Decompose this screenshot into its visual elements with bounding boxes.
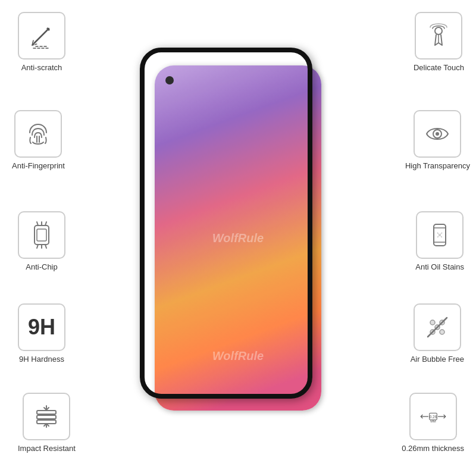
svg-point-23: [436, 132, 439, 136]
svg-rect-16: [37, 415, 56, 419]
svg-point-20: [435, 27, 442, 35]
feature-box-thickness: 0.26 MM: [409, 393, 457, 440]
feature-box-touch: [415, 12, 462, 60]
feature-label-hardness: 9H Hardness: [19, 355, 64, 364]
thickness-inner: 0.26 MM: [419, 402, 447, 431]
feature-label-thickness: 0.26mm thickness: [402, 444, 464, 453]
feature-label-scratch: Anti-scratch: [21, 63, 62, 72]
main-container: Anti-scratch Anti-Fingerprint: [0, 0, 476, 476]
phone-area: WolfRule WolfRule: [143, 36, 333, 440]
feature-box-scratch: [18, 12, 65, 60]
feature-box-fingerprint: [14, 110, 62, 158]
svg-line-2: [33, 42, 36, 44]
feature-label-transparency: High Transparency: [405, 161, 470, 170]
feature-impact-resistant: Impact Resistant: [18, 393, 76, 453]
svg-text:0.26: 0.26: [429, 415, 437, 419]
svg-line-0: [35, 29, 49, 43]
feature-delicate-touch: Delicate Touch: [414, 12, 464, 72]
feature-box-transparency: [414, 110, 461, 158]
feature-9h-hardness: 9H 9H Hardness: [18, 303, 65, 364]
feature-box-impact: [23, 393, 70, 440]
feature-anti-chip: Anti-Chip: [18, 211, 65, 271]
feature-label-chip: Anti-Chip: [26, 262, 57, 271]
feature-label-impact: Impact Resistant: [18, 444, 76, 453]
svg-point-32: [440, 330, 444, 334]
feature-label-fingerprint: Anti-Fingerprint: [12, 161, 65, 170]
scratch-icon: [27, 21, 56, 50]
svg-rect-14: [37, 229, 46, 241]
svg-text:MM: MM: [430, 419, 436, 423]
feature-box-bubble: [414, 303, 461, 351]
impact-icon: [32, 402, 61, 431]
feature-thickness: 0.26 MM 0.26mm thickness: [402, 393, 464, 453]
fingerprint-icon: [24, 120, 52, 148]
bubble-icon: [423, 313, 452, 342]
feature-label-touch: Delicate Touch: [414, 63, 464, 72]
feature-box-oilstains: [416, 211, 464, 259]
feature-anti-fingerprint: Anti-Fingerprint: [12, 110, 65, 170]
svg-rect-17: [37, 411, 56, 414]
oilstains-icon: [425, 221, 454, 249]
touch-icon: [424, 21, 453, 50]
feature-anti-scratch: Anti-scratch: [18, 12, 65, 72]
feature-high-transparency: High Transparency: [405, 110, 470, 170]
chip-icon: [27, 221, 56, 249]
feature-anti-oil-stains: Anti Oil Stains: [415, 211, 464, 271]
transparency-icon: [423, 120, 452, 148]
feature-label-bubble: Air Bubble Free: [411, 355, 464, 364]
feature-label-oilstains: Anti Oil Stains: [415, 262, 464, 271]
feature-box-hardness: 9H: [18, 303, 65, 351]
thickness-arrows-icon: 0.26 MM: [419, 402, 447, 431]
feature-air-bubble-free: Air Bubble Free: [411, 303, 464, 364]
feature-box-chip: [18, 211, 65, 259]
glass-overlay: [140, 48, 312, 399]
hardness-text: 9H: [28, 315, 55, 340]
svg-point-29: [430, 320, 435, 325]
